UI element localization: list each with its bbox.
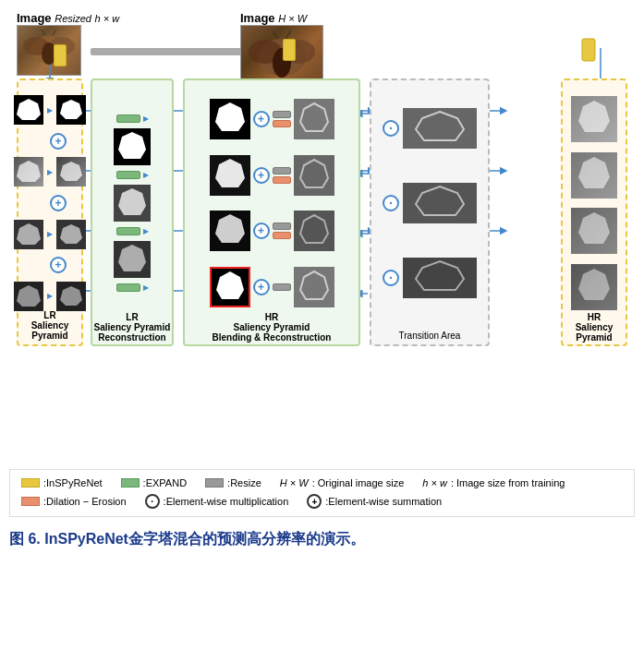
hr-right-img-1: [571, 96, 617, 142]
panel-lr-reconstruction: ▶ ▶ ▶: [91, 78, 174, 346]
svg-marker-57: [216, 271, 244, 299]
panel-hr-saliency-content: [563, 88, 626, 319]
lr-img-2: [14, 157, 43, 187]
svg-line-4: [42, 30, 45, 35]
legend-resize: :Resize: [205, 477, 261, 488]
trans-img-2: [403, 183, 477, 223]
svg-marker-52: [300, 103, 328, 131]
panel-lr-saliency-content: ▶ + ▶: [18, 88, 81, 319]
gray-block-2: [273, 167, 291, 175]
trans-row-2: ·: [383, 183, 477, 223]
panel-hr-blending-content: + +: [185, 88, 358, 319]
legend-hw-training: h × w : Image size from training: [422, 477, 565, 488]
dot-circle-1: ·: [383, 120, 399, 137]
orange-block-3: [273, 232, 291, 239]
hr-blocks-4: [273, 283, 291, 291]
legend: :InSPyReNet :EXPAND :Resize H × W : Orig…: [9, 469, 635, 517]
legend-plus-circle: +: [307, 494, 322, 509]
hr-plus-2: +: [253, 167, 270, 184]
diagram: Image Resized h × w: [9, 9, 635, 462]
lr-img-1: [14, 95, 43, 125]
svg-marker-56: [300, 215, 328, 243]
legend-plus-sum: + :Element-wise summation: [307, 494, 442, 509]
svg-marker-65: [578, 269, 610, 300]
hr-gray-img-2: [294, 155, 334, 196]
lr-img-3b: [56, 220, 86, 249]
lr-mid-img-2: [114, 185, 151, 222]
yellow-block-top-right: [283, 39, 296, 61]
hr-right-img-3: [571, 208, 617, 254]
hr-row-1: +: [210, 99, 334, 139]
yellow-block-left: [54, 44, 67, 66]
hr-right-img-4: [571, 264, 617, 310]
trans-img-3: [403, 258, 477, 298]
svg-marker-61: [416, 261, 464, 290]
svg-marker-59: [416, 112, 464, 140]
top-left-image: [17, 25, 81, 76]
arrow-right-1: ▶: [47, 106, 53, 114]
legend-dilation: :Dilation − Erosion: [21, 496, 127, 507]
hr-row-2: +: [210, 155, 334, 196]
panel-hr-saliency-label: HR Saliency Pyramid: [563, 312, 626, 343]
svg-marker-58: [300, 271, 328, 299]
caption-text: InSPyReNet金字塔混合的预测高分辨率的演示。: [41, 531, 365, 547]
svg-marker-62: [578, 101, 610, 132]
legend-dot-circle: ·: [145, 494, 160, 509]
hr-blocks-2: [273, 167, 291, 184]
green-block-2: [116, 171, 140, 179]
green-block-4: [116, 283, 140, 292]
hr-plus-3: +: [253, 223, 270, 239]
svg-marker-53: [215, 159, 245, 187]
lr-img-4: [14, 282, 43, 311]
lr-plus-1: +: [50, 133, 67, 150]
svg-marker-46: [17, 285, 41, 307]
lr-row-3: ▶: [14, 220, 86, 249]
hr-img-2: [210, 155, 250, 196]
hr-plus-1: +: [253, 111, 270, 127]
lr-mid-img-1: [114, 128, 151, 165]
panel-lr-saliency: ▶ + ▶: [17, 78, 83, 346]
legend-dot-multiply: · :Element-wise multiplication: [145, 494, 289, 509]
svg-marker-60: [416, 187, 464, 215]
panel-hr-blending: + +: [183, 78, 360, 346]
lr-mid-img-3: [114, 241, 151, 278]
panel-transition-content: · · ·: [371, 88, 488, 319]
green-block-3: [116, 227, 140, 235]
panel-lr-reconstruction-label: LR Saliency Pyramid Reconstruction: [92, 312, 172, 343]
green-block-1: [116, 114, 140, 123]
lr-mid-row-4: ▶: [116, 283, 149, 292]
svg-marker-45: [60, 224, 82, 244]
lr-img-1b: [56, 95, 86, 125]
hr-img-1: [210, 99, 250, 139]
top-left-label: Image Resized h × w: [17, 11, 119, 25]
trans-img-1: [403, 108, 477, 149]
svg-rect-10: [582, 39, 595, 61]
top-left-connector: [54, 44, 67, 66]
circle-plus-3: +: [50, 257, 67, 273]
legend-green-box: [121, 478, 140, 488]
lr-mid-col: ▶ ▶ ▶: [114, 114, 151, 292]
svg-marker-50: [118, 245, 146, 271]
panel-transition-label: Transition Area: [371, 331, 488, 341]
hr-plus-4: +: [253, 279, 270, 295]
main-container: Image Resized h × w: [9, 9, 635, 549]
top-right-label: Image H × W: [240, 11, 323, 25]
legend-gray-box: [205, 478, 224, 488]
lr-mid-row-1: ▶: [116, 114, 149, 123]
hr-row-3: +: [210, 211, 334, 251]
svg-marker-55: [215, 214, 245, 243]
trans-row-3: ·: [383, 258, 477, 298]
hr-img-3: [210, 211, 250, 251]
svg-line-38: [273, 30, 278, 39]
hr-blocks-1: [273, 111, 291, 127]
trans-row-1: ·: [383, 108, 477, 149]
caption: 图 6. InSPyReNet金字塔混合的预测高分辨率的演示。: [9, 530, 635, 549]
panel-transition: · · ·: [370, 78, 490, 346]
gray-block-1: [273, 111, 291, 118]
circle-plus-1: +: [50, 133, 67, 150]
panel-lr-saliency-label: LR Saliency Pyramid: [18, 310, 81, 341]
caption-num: 图 6.: [9, 531, 41, 547]
svg-line-5: [53, 30, 56, 35]
hr-gray-img-4: [294, 267, 334, 307]
top-left-section: Image Resized h × w: [17, 11, 119, 76]
